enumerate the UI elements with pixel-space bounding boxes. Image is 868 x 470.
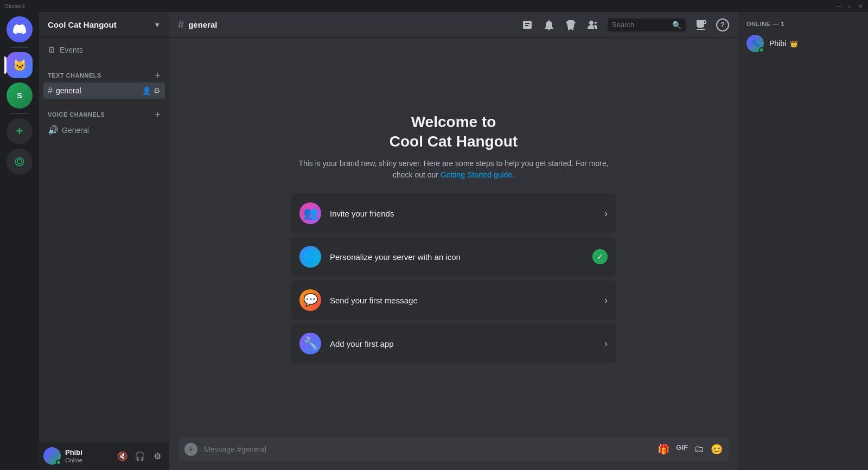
close-button[interactable]: ✕	[857, 3, 864, 9]
settings-gear-icon: ⚙	[154, 451, 161, 461]
emoji-button[interactable]: 😊	[711, 443, 723, 455]
server-divider-2	[11, 113, 28, 114]
voice-channels-header[interactable]: VOICE CHANNELS +	[43, 110, 165, 119]
inbox-button[interactable]	[694, 18, 707, 31]
sidebar-header[interactable]: Cool Cat Hangout ▼	[39, 12, 169, 38]
chevron-down-icon: ▼	[154, 21, 161, 29]
channel-header: # general	[169, 12, 738, 38]
message-icon: 💬	[299, 289, 321, 311]
user-settings-icon[interactable]: 👤	[142, 86, 151, 95]
channel-header-right: Search 🔍 ?	[521, 18, 729, 31]
events-item[interactable]: 🗓 Events	[43, 42, 165, 58]
channel-item-general[interactable]: # general 👤 ⚙	[43, 82, 165, 99]
sticker-icon[interactable]: 🗂	[694, 443, 704, 455]
channel-item-icons: 👤 ⚙	[142, 86, 161, 95]
deafen-button[interactable]: 🎧	[132, 448, 148, 463]
member-item-phibi[interactable]: 🐾 Phibi 👑	[742, 31, 864, 55]
add-server-button[interactable]: +	[7, 118, 33, 144]
text-channels-title: TEXT CHANNELS	[48, 72, 101, 79]
gift-icon[interactable]: 🎁	[658, 443, 669, 455]
attach-file-button[interactable]: +	[184, 443, 197, 456]
pinned-messages-button[interactable]	[564, 18, 577, 31]
checklist-invite-chevron: ›	[604, 208, 608, 219]
search-bar[interactable]: Search 🔍	[608, 18, 686, 31]
username: Phibi	[65, 448, 111, 457]
checklist-item-message-left: 💬 Send your first message	[299, 289, 418, 311]
message-input[interactable]: Message #general	[204, 445, 651, 454]
checklist-item-invite-left: 👥 Invite your friends	[299, 202, 394, 224]
headphone-icon: 🎧	[135, 451, 145, 461]
checklist-message-chevron: ›	[604, 295, 608, 306]
personalize-icon: 🌐	[299, 246, 321, 268]
discord-wordmark: Discord	[4, 3, 24, 9]
welcome-subtitle: This is your brand new, shiny server. He…	[291, 158, 616, 181]
text-channels-header[interactable]: TEXT CHANNELS +	[43, 71, 165, 80]
search-placeholder-text: Search	[612, 21, 669, 29]
welcome-title: Welcome to Cool Cat Hangout	[291, 112, 616, 152]
help-button[interactable]: ?	[716, 18, 729, 31]
user-settings-button[interactable]: ⚙	[150, 448, 165, 463]
server-avatar-cat[interactable]: 🐱	[7, 52, 33, 78]
sidebar-events: 🗓 Events	[39, 38, 169, 62]
voice-channel-name-general: General	[62, 126, 89, 135]
user-panel: Phibi Online 🔇 🎧 ⚙	[39, 442, 169, 470]
voice-channels-title: VOICE CHANNELS	[48, 111, 105, 118]
member-avatar-phibi: 🐾	[746, 35, 764, 52]
getting-started-link[interactable]: Getting Started guide.	[441, 170, 514, 179]
channel-header-name: general	[188, 20, 217, 29]
discord-home-button[interactable]	[7, 16, 33, 42]
checklist-personalize-label: Personalize your server with an icon	[330, 252, 461, 262]
members-list-button[interactable]	[586, 18, 599, 31]
checklist-item-message[interactable]: 💬 Send your first message ›	[291, 281, 616, 320]
help-icon: ?	[720, 21, 725, 29]
user-info: Phibi Online	[65, 448, 111, 463]
text-channels-section: TEXT CHANNELS + # general 👤 ⚙	[39, 62, 169, 101]
server-list: 🐱 S +	[0, 12, 39, 470]
channel-header-left: # general	[178, 18, 217, 31]
channel-voice-left: 🔊 General	[48, 125, 89, 135]
message-input-box: + Message #general 🎁 GIF 🗂 😊	[178, 437, 729, 461]
maximize-button[interactable]: □	[846, 3, 853, 9]
search-icon: 🔍	[672, 21, 681, 29]
server-divider	[11, 47, 28, 48]
minimize-button[interactable]: —	[835, 3, 842, 9]
channel-name-general: general	[56, 86, 81, 95]
speaker-icon: 🔊	[48, 125, 59, 135]
members-panel: ONLINE — 1 🐾 Phibi 👑	[738, 12, 868, 470]
add-text-channel-button[interactable]: +	[155, 71, 161, 80]
threads-button[interactable]	[521, 18, 534, 31]
message-toolbar: 🎁 GIF 🗂 😊	[658, 443, 723, 455]
main-content: # general	[169, 12, 738, 470]
chat-area: Welcome to Cool Cat Hangout This is your…	[169, 38, 738, 437]
message-input-area: + Message #general 🎁 GIF 🗂 😊	[169, 437, 738, 470]
checklist-message-label: Send your first message	[330, 296, 418, 305]
server-name: Cool Cat Hangout	[48, 20, 117, 29]
channel-item-voice-general[interactable]: 🔊 General	[43, 122, 165, 138]
hash-icon: #	[48, 86, 53, 96]
member-status-dot	[759, 47, 764, 53]
checklist-app-label: Add your first app	[330, 339, 394, 348]
user-controls: 🔇 🎧 ⚙	[115, 448, 165, 463]
mute-button[interactable]: 🔇	[115, 448, 130, 463]
titlebar-controls: — □ ✕	[835, 3, 864, 9]
member-name-phibi: Phibi 👑	[769, 39, 798, 48]
checklist-item-app[interactable]: 🔧 Add your first app ›	[291, 324, 616, 363]
checklist-item-invite[interactable]: 👥 Invite your friends ›	[291, 194, 616, 233]
calendar-icon: 🗓	[48, 46, 55, 54]
gear-icon[interactable]: ⚙	[154, 86, 161, 95]
user-avatar[interactable]	[43, 447, 61, 465]
notifications-button[interactable]	[542, 18, 556, 31]
user-status-dot	[56, 460, 61, 465]
server-cat-server[interactable]: 🐱	[7, 52, 33, 78]
add-voice-channel-button[interactable]: +	[155, 110, 161, 119]
server-avatar-2[interactable]: S	[7, 82, 33, 109]
checklist-app-chevron: ›	[604, 338, 608, 350]
discover-servers-button[interactable]	[7, 149, 33, 175]
app-body: 🐱 S + Cool Cat Hangout ▼ 🗓	[0, 12, 868, 470]
channel-sidebar: Cool Cat Hangout ▼ 🗓 Events TEXT CHANNEL…	[39, 12, 169, 470]
gif-button[interactable]: GIF	[676, 443, 688, 455]
titlebar-left: Discord	[4, 3, 24, 9]
members-section-title: ONLINE — 1	[742, 21, 864, 27]
checklist-item-app-left: 🔧 Add your first app	[299, 333, 394, 354]
checklist-item-personalize[interactable]: 🌐 Personalize your server with an icon ✓	[291, 237, 616, 276]
